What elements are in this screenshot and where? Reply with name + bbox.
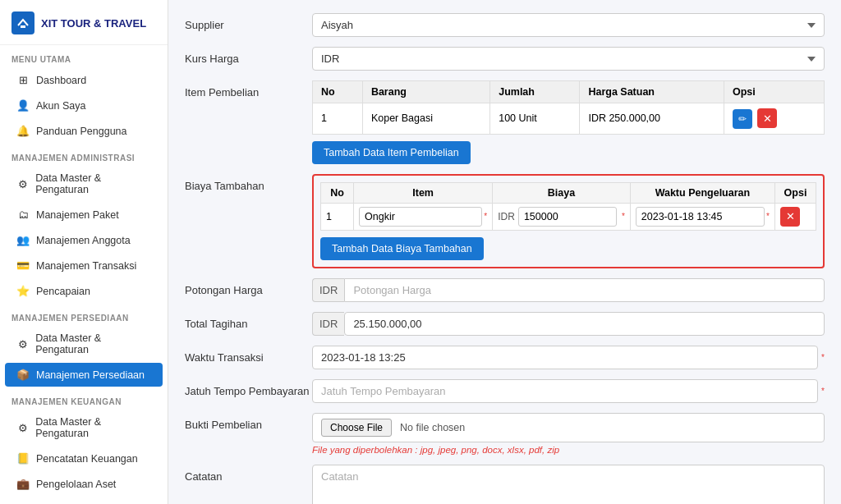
- catatan-label: Catatan: [185, 465, 312, 483]
- total-prefix: IDR: [312, 312, 344, 336]
- delete-item-button[interactable]: ✕: [757, 108, 777, 128]
- biaya-waktu-input[interactable]: [636, 207, 765, 227]
- section-keuangan: MANAJEMEN KEUANGAN: [0, 387, 168, 410]
- sidebar-item-pengelolaan[interactable]: 💼 Pengelolaan Aset: [5, 472, 163, 496]
- kurs-row: Kurs Harga IDR: [185, 47, 825, 71]
- sidebar-item-label: Data Master & Pengaturan: [35, 172, 151, 195]
- gear3-icon: ⚙: [16, 422, 29, 434]
- biaya-cell-opsi: ✕: [775, 203, 816, 230]
- biaya-tambahan-control: No Item Biaya Waktu Pengeluaran Opsi 1: [312, 174, 825, 268]
- folder-icon: 🗂: [16, 208, 30, 221]
- sidebar-item-pencapaian[interactable]: ⭐ Pencapaian: [5, 279, 163, 303]
- sidebar-item-label: Manajemen Persediaan: [36, 369, 145, 381]
- tambah-item-button[interactable]: Tambah Data Item Pembelian: [312, 141, 471, 164]
- biaya-cell-biaya: IDR *: [493, 203, 631, 230]
- file-input-wrap: Choose File No file chosen: [312, 413, 825, 442]
- gear2-icon: ⚙: [16, 338, 29, 351]
- waktu-control: *: [312, 346, 825, 369]
- sidebar-item-panduan[interactable]: 🔔 Panduan Pengguna: [5, 119, 163, 143]
- required-star3: *: [766, 212, 770, 221]
- user-icon: 👤: [16, 99, 30, 112]
- potongan-label: Potongan Harga: [185, 278, 312, 296]
- sidebar-item-label: Pencatatan Keuangan: [36, 453, 138, 465]
- gear-icon: ⚙: [16, 178, 29, 190]
- choose-file-button[interactable]: Choose File: [321, 419, 392, 437]
- briefcase-icon: 💼: [16, 478, 30, 490]
- sidebar-item-pencatatan[interactable]: 📒 Pencatatan Keuangan: [5, 447, 163, 470]
- total-row: Total Tagihan IDR 25.150.000,00: [185, 312, 825, 336]
- biaya-tambahan-label: Biaya Tambahan: [185, 174, 312, 192]
- bukti-control: Choose File No file chosen File yang dip…: [312, 413, 825, 455]
- main-content: Supplier Aisyah Kurs Harga IDR Item Pemb…: [168, 0, 841, 504]
- file-hint: File yang diperbolehkan : jpg, jpeg, png…: [312, 445, 825, 455]
- edit-item-button[interactable]: ✏: [733, 109, 752, 129]
- logo-icon: [11, 11, 34, 34]
- sidebar-item-akun[interactable]: 👤 Akun Saya: [5, 94, 163, 117]
- supplier-row: Supplier Aisyah: [185, 13, 825, 37]
- biaya-tambahan-table: No Item Biaya Waktu Pengeluaran Opsi 1: [320, 182, 816, 231]
- delete-biaya-button[interactable]: ✕: [780, 207, 800, 227]
- sidebar-item-label: Manajemen Transaksi: [36, 260, 136, 272]
- catatan-textarea[interactable]: [312, 465, 825, 505]
- required-star2: *: [622, 212, 625, 221]
- item-pembelian-label: Item Pembelian: [185, 80, 312, 99]
- biaya-cell-item: *: [354, 203, 493, 230]
- sidebar-item-transaksi[interactable]: 💳 Manajemen Transaksi: [5, 254, 163, 277]
- svg-rect-1: [21, 25, 25, 28]
- sidebar-item-label: Panduan Pengguna: [36, 126, 127, 137]
- biaya-item-input[interactable]: [359, 207, 482, 227]
- sidebar-item-label: Manajemen Anggota: [36, 235, 131, 246]
- biaya-col-no: No: [321, 182, 354, 203]
- sidebar-item-admin-master[interactable]: ⚙ Data Master & Pengaturan: [5, 167, 163, 201]
- waktu-input[interactable]: [312, 346, 818, 369]
- catatan-row: Catatan: [185, 465, 825, 505]
- col-barang: Barang: [362, 81, 489, 103]
- sidebar-item-anggota[interactable]: 👥 Manajemen Anggota: [5, 228, 163, 252]
- sidebar-item-manajemen-persediaan[interactable]: 📦 Manajemen Persediaan: [5, 363, 163, 387]
- sidebar-item-dashboard[interactable]: ⊞ Dashboard: [5, 68, 163, 92]
- table-row: 1 Koper Bagasi 100 Unit IDR 250.000,00 ✏…: [313, 103, 825, 135]
- supplier-select[interactable]: Aisyah: [312, 13, 825, 37]
- biaya-cell-no: 1: [321, 203, 354, 230]
- biaya-value-input[interactable]: [518, 207, 617, 227]
- sidebar-item-keuangan-master[interactable]: ⚙ Data Master & Pengaturan: [5, 410, 163, 445]
- kurs-label: Kurs Harga: [185, 47, 312, 65]
- sidebar-item-label: Akun Saya: [36, 100, 85, 112]
- potongan-input-wrap: IDR: [312, 278, 825, 302]
- waktu-label: Waktu Transaksi: [185, 346, 312, 364]
- total-control: IDR 25.150.000,00: [312, 312, 825, 336]
- biaya-col-waktu: Waktu Pengeluaran: [630, 182, 774, 203]
- jatuh-tempo-required-star: *: [821, 387, 825, 396]
- col-harga-satuan: Harga Satuan: [580, 81, 724, 103]
- bell-icon: 🔔: [16, 125, 30, 137]
- biaya-tambahan-row: Biaya Tambahan No Item Biaya Waktu Penge…: [185, 174, 825, 268]
- biaya-table-row: 1 * IDR *: [321, 203, 816, 230]
- dashboard-icon: ⊞: [16, 74, 30, 86]
- sidebar-item-persediaan-master[interactable]: ⚙ Data Master & Pengaturan: [5, 327, 163, 361]
- sidebar-item-label: Pencapaian: [36, 286, 90, 297]
- kurs-select[interactable]: IDR: [312, 47, 825, 71]
- item-pembelian-row: Item Pembelian No Barang Jumlah Harga Sa…: [185, 80, 825, 164]
- section-persediaan: MANAJEMEN PERSEDIAAN: [0, 304, 168, 326]
- jatuh-tempo-label: Jatuh Tempo Pembayaran: [185, 379, 312, 397]
- jatuh-tempo-input[interactable]: [312, 379, 818, 403]
- star-icon: ⭐: [16, 285, 30, 297]
- biaya-col-item: Item: [354, 182, 493, 203]
- sidebar-item-paket[interactable]: 🗂 Manajemen Paket: [5, 203, 163, 227]
- supplier-control: Aisyah: [312, 13, 825, 37]
- potongan-input[interactable]: [344, 278, 825, 302]
- app-title: XIT TOUR & TRAVEL: [41, 17, 146, 30]
- sidebar-item-label: Manajemen Paket: [36, 209, 119, 221]
- cell-opsi: ✏ ✕: [724, 103, 824, 135]
- biaya-col-biaya: Biaya: [493, 182, 631, 203]
- biaya-cell-waktu: *: [630, 203, 774, 230]
- card-icon: 💳: [16, 259, 30, 272]
- tambah-biaya-button[interactable]: Tambah Data Biaya Tambahan: [320, 237, 484, 260]
- biaya-tambahan-section: No Item Biaya Waktu Pengeluaran Opsi 1: [312, 174, 825, 268]
- bukti-label: Bukti Pembelian: [185, 413, 312, 431]
- sidebar-item-label: Data Master & Pengaturan: [35, 332, 151, 355]
- item-pembelian-control: No Barang Jumlah Harga Satuan Opsi 1 Kop…: [312, 80, 825, 164]
- jatuh-tempo-control: *: [312, 379, 825, 403]
- cell-no: 1: [313, 103, 363, 135]
- biaya-col-opsi: Opsi: [775, 182, 816, 203]
